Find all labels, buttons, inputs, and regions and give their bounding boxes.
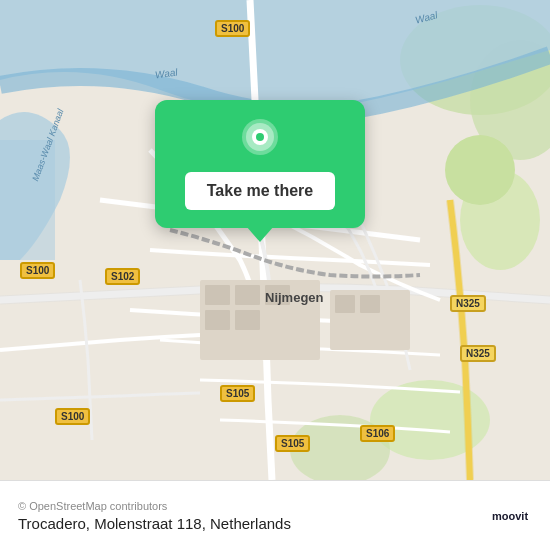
road-badge-s100-left: S100 bbox=[20, 262, 55, 279]
svg-rect-12 bbox=[205, 310, 230, 330]
location-popup: Take me there bbox=[155, 100, 365, 228]
location-name: Trocadero, Molenstraat 118, Netherlands bbox=[18, 515, 291, 532]
svg-rect-10 bbox=[235, 285, 260, 305]
svg-text:moovit: moovit bbox=[492, 509, 528, 521]
take-me-there-button[interactable]: Take me there bbox=[185, 172, 335, 210]
app-container: S100 S100 S102 S100 S105 S105 S106 N325 … bbox=[0, 0, 550, 550]
city-label-nijmegen: Nijmegen bbox=[265, 290, 324, 305]
map-area: S100 S100 S102 S100 S105 S105 S106 N325 … bbox=[0, 0, 550, 480]
moovit-logo-svg: moovit bbox=[492, 496, 532, 536]
road-badge-s100-top: S100 bbox=[215, 20, 250, 37]
svg-rect-9 bbox=[205, 285, 230, 305]
road-badge-s102: S102 bbox=[105, 268, 140, 285]
pin-icon bbox=[238, 118, 282, 162]
svg-rect-15 bbox=[335, 295, 355, 313]
svg-point-20 bbox=[256, 133, 264, 141]
road-badge-s105-2: S105 bbox=[275, 435, 310, 452]
road-badge-s100-bottom: S100 bbox=[55, 408, 90, 425]
svg-point-4 bbox=[445, 135, 515, 205]
osm-credit: © OpenStreetMap contributors bbox=[18, 500, 291, 512]
info-bar: © OpenStreetMap contributors Trocadero, … bbox=[0, 480, 550, 550]
svg-rect-13 bbox=[235, 310, 260, 330]
road-badge-n325-2: N325 bbox=[460, 345, 496, 362]
road-badge-n325-1: N325 bbox=[450, 295, 486, 312]
road-badge-s106: S106 bbox=[360, 425, 395, 442]
road-badge-s105-1: S105 bbox=[220, 385, 255, 402]
info-left: © OpenStreetMap contributors Trocadero, … bbox=[18, 500, 291, 532]
moovit-logo: moovit bbox=[492, 496, 532, 536]
svg-rect-16 bbox=[360, 295, 380, 313]
